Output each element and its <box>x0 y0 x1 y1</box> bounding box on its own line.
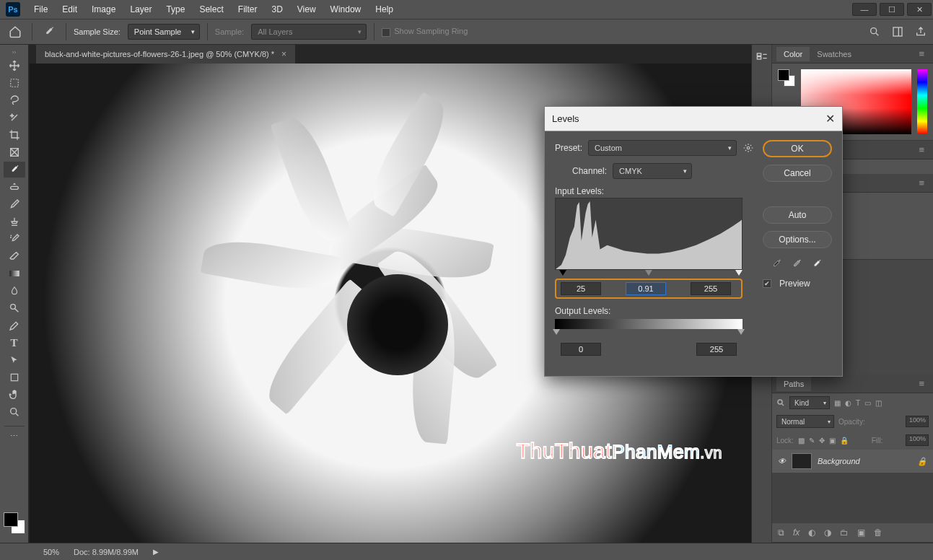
fill-input[interactable]: 100% <box>906 434 929 446</box>
white-eyedropper-icon[interactable] <box>811 258 824 271</box>
input-sliders[interactable] <box>555 270 743 279</box>
toolbar-grip-icon[interactable]: ›› <box>2 49 27 56</box>
eyedropper-icon[interactable] <box>40 22 58 41</box>
input-black-field[interactable]: 25 <box>561 282 601 295</box>
color-swatches[interactable] <box>4 512 25 534</box>
menu-file[interactable]: File <box>27 1 54 17</box>
black-point-slider[interactable] <box>559 270 566 276</box>
menu-type[interactable]: Type <box>159 1 191 17</box>
options-button[interactable]: Options... <box>763 231 832 248</box>
tab-color[interactable]: Color <box>776 47 810 61</box>
foreground-color-swatch[interactable] <box>4 512 18 527</box>
panel-menu-icon[interactable]: ≡ <box>914 178 929 188</box>
lock-paint-icon[interactable]: ✎ <box>809 437 815 445</box>
crop-tool[interactable] <box>4 127 25 143</box>
cancel-button[interactable]: Cancel <box>763 165 832 182</box>
midtone-slider[interactable] <box>645 270 652 276</box>
preset-menu-icon[interactable] <box>743 142 754 154</box>
share-icon[interactable] <box>914 25 927 38</box>
new-layer-icon[interactable]: ▣ <box>857 528 865 538</box>
panel-menu-icon[interactable]: ≡ <box>914 144 929 155</box>
preview-checkbox[interactable] <box>763 279 771 288</box>
window-minimize-button[interactable]: — <box>852 3 877 16</box>
visibility-eye-icon[interactable]: 👁 <box>778 457 786 465</box>
menu-image[interactable]: Image <box>85 1 122 17</box>
input-mid-field[interactable]: 0.91 <box>626 282 666 295</box>
document-tab[interactable]: black-and-white-pictures-of-flowers-26-1… <box>36 45 295 64</box>
filter-smart-icon[interactable]: ◫ <box>875 399 882 407</box>
doc-info[interactable]: Doc: 8.99M/8.99M <box>74 548 139 556</box>
menu-3d[interactable]: 3D <box>265 1 289 17</box>
output-black-field[interactable]: 0 <box>561 343 601 356</box>
clone-stamp-tool[interactable] <box>4 214 25 229</box>
layer-filter-dropdown[interactable]: Kind <box>789 396 830 409</box>
layer-background[interactable]: 👁 Background 🔒 <box>772 450 933 473</box>
layer-mask-icon[interactable]: ◐ <box>808 528 815 538</box>
home-icon[interactable] <box>6 22 25 41</box>
opacity-input[interactable]: 100% <box>906 416 929 427</box>
preset-dropdown[interactable]: Custom <box>588 140 737 156</box>
filter-adjust-icon[interactable]: ◐ <box>845 399 851 407</box>
channel-dropdown[interactable]: CMYK <box>613 163 692 179</box>
spot-healing-brush-tool[interactable] <box>4 179 25 195</box>
dodge-tool[interactable] <box>4 300 25 316</box>
output-white-slider[interactable] <box>737 329 745 335</box>
lasso-tool[interactable] <box>4 92 25 108</box>
magic-wand-tool[interactable] <box>4 110 25 126</box>
white-point-slider[interactable] <box>735 270 743 276</box>
path-selection-tool[interactable] <box>4 352 25 368</box>
lock-transparency-icon[interactable]: ▩ <box>798 437 805 445</box>
lock-artboard-icon[interactable]: ▣ <box>829 437 836 445</box>
menu-layer[interactable]: Layer <box>123 1 158 17</box>
show-sampling-ring-checkbox[interactable]: Show Sampling Ring <box>382 27 468 36</box>
input-white-field[interactable]: 255 <box>691 282 731 295</box>
menu-window[interactable]: Window <box>324 1 368 17</box>
gray-eyedropper-icon[interactable] <box>791 258 804 271</box>
tab-paths[interactable]: Paths <box>776 377 811 391</box>
filter-pixel-icon[interactable]: ▦ <box>834 399 841 407</box>
search-icon[interactable] <box>776 398 785 407</box>
lock-position-icon[interactable]: ✥ <box>819 437 825 445</box>
link-layers-icon[interactable]: ⧉ <box>778 528 784 538</box>
output-black-slider[interactable] <box>553 329 560 335</box>
blur-tool[interactable] <box>4 283 25 299</box>
hand-tool[interactable] <box>4 387 25 403</box>
panel-menu-icon[interactable]: ≡ <box>914 48 929 59</box>
output-white-field[interactable]: 255 <box>696 343 737 356</box>
layer-group-icon[interactable]: 🗀 <box>840 528 849 538</box>
delete-layer-icon[interactable]: 🗑 <box>874 528 882 538</box>
auto-button[interactable]: Auto <box>763 206 832 224</box>
eyedropper-tool[interactable] <box>4 162 25 178</box>
window-maximize-button[interactable]: ☐ <box>880 3 904 16</box>
lock-all-icon[interactable]: 🔒 <box>840 437 849 445</box>
panel-dock-icon[interactable] <box>755 49 769 64</box>
brush-tool[interactable] <box>4 196 25 212</box>
histogram[interactable] <box>555 198 743 270</box>
hue-slider[interactable] <box>917 69 927 134</box>
workspace-switcher-icon[interactable] <box>891 25 904 38</box>
zoom-level[interactable]: 50% <box>43 548 59 556</box>
move-tool[interactable] <box>4 58 25 74</box>
edit-toolbar-icon[interactable]: ⋯ <box>4 428 25 444</box>
type-tool[interactable]: T <box>4 335 25 351</box>
filter-type-icon[interactable]: T <box>856 399 860 407</box>
rectangle-tool[interactable] <box>4 369 25 385</box>
blend-mode-dropdown[interactable]: Normal <box>776 415 834 428</box>
ok-button[interactable]: OK <box>763 140 832 157</box>
pen-tool[interactable] <box>4 318 25 333</box>
close-tab-icon[interactable]: × <box>281 49 286 59</box>
adjustment-layer-icon[interactable]: ◑ <box>824 528 831 538</box>
gradient-tool[interactable] <box>4 266 25 281</box>
window-close-button[interactable]: ✕ <box>907 3 932 16</box>
rectangular-marquee-tool[interactable] <box>4 75 25 91</box>
black-eyedropper-icon[interactable] <box>771 258 784 271</box>
layer-fx-icon[interactable]: fx <box>793 528 800 538</box>
menu-edit[interactable]: Edit <box>56 1 84 17</box>
status-arrow-icon[interactable]: ▶ <box>153 548 159 556</box>
frame-tool[interactable] <box>4 144 25 160</box>
menu-select[interactable]: Select <box>193 1 229 17</box>
sample-size-dropdown[interactable]: Point Sample <box>128 24 200 40</box>
eraser-tool[interactable] <box>4 248 25 264</box>
dialog-close-button[interactable]: ✕ <box>825 112 835 126</box>
history-brush-tool[interactable] <box>4 231 25 247</box>
